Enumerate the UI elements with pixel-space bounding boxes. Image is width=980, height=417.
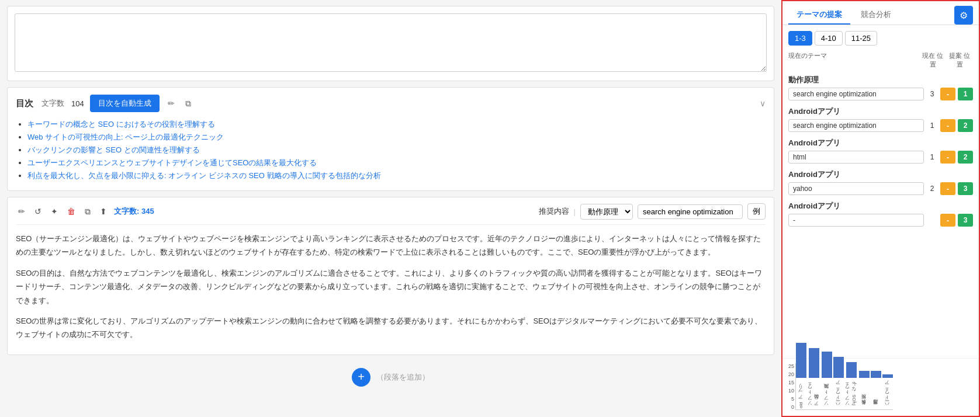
refresh-icon-btn[interactable]: ↺ xyxy=(32,206,44,217)
current-pos-badge[interactable]: - xyxy=(940,119,955,132)
example-btn[interactable]: 例 xyxy=(747,203,766,220)
bar-column: 専用語 xyxy=(871,371,881,408)
bar-label: ソフト知識 xyxy=(824,379,830,408)
theme-group: Androidアプリhtml1-2 xyxy=(788,138,973,164)
theme-count: 3 xyxy=(926,90,938,98)
bar xyxy=(796,343,806,378)
tab-compete[interactable]: 競合分析 xyxy=(853,6,899,25)
bar-column: ソフト知識 xyxy=(822,352,832,408)
range-btn-4-10[interactable]: 4-10 xyxy=(815,31,843,46)
editor-paragraph: SEO（サーチエンジン最適化）は、ウェブサイトやウェブページを検索エンジンでより… xyxy=(16,232,766,259)
toc-list-item: バックリンクの影響と SEO との関連性を理解する xyxy=(27,145,766,155)
recommend-keyword-input[interactable] xyxy=(638,204,743,219)
tab-suggest[interactable]: テーマの提案 xyxy=(788,6,850,25)
range-btn-1-3[interactable]: 1-3 xyxy=(788,31,812,46)
theme-group-title: 動作原理 xyxy=(788,75,973,85)
recommend-select[interactable]: 動作原理 xyxy=(580,204,633,220)
theme-group-title: Androidアプリ xyxy=(788,201,973,211)
bar-column: ソフトウェア(OSなし) xyxy=(845,362,858,408)
bar-label: ソフトウェア製品 xyxy=(808,379,820,408)
current-pos-badge[interactable]: - xyxy=(940,151,955,164)
theme-group-title: Androidアプリ xyxy=(788,106,973,117)
panel-tabs: テーマの提案 競合分析 ⚙ xyxy=(782,1,979,25)
char-count-label: 文字数 xyxy=(41,98,64,109)
bar-column: ハードウェア製品 xyxy=(833,357,844,408)
theme-group-title: Androidアプリ xyxy=(788,138,973,148)
add-section-button[interactable]: + xyxy=(352,368,370,387)
chart-area: 2520151050oldアプリソフトウェア製品ソフト知識ハードウェア製品ソフト… xyxy=(782,358,979,416)
theme-count: 1 xyxy=(926,121,938,130)
col-suggest-header: 提案 位置 xyxy=(946,51,973,69)
page-footer: + （段落を追加） xyxy=(7,361,774,394)
theme-keyword: search engine optimization xyxy=(788,88,924,100)
editor-toolbar: ✏ ↺ ✦ 🗑 ⧉ ⬆ 文字数: 345 推奨内容 | 動作原理 例 xyxy=(16,203,766,225)
copy2-icon-btn[interactable]: ⧉ xyxy=(82,206,93,218)
toc-section: 目次 文字数 104 目次を自動生成 ✏ ⧉ ∨ キーワードの概念と SEO に… xyxy=(7,87,774,191)
generate-toc-button[interactable]: 目次を自動生成 xyxy=(90,95,160,112)
toc-link[interactable]: ユーザーエクスペリエンスとウェブサイトデザインを通じてSEOの結果を最大化する xyxy=(27,158,317,167)
current-pos-badge[interactable]: - xyxy=(940,214,955,227)
current-pos-badge[interactable]: - xyxy=(940,182,955,195)
main-textarea[interactable] xyxy=(15,13,767,72)
bar xyxy=(882,374,893,378)
bar-column: ソフトウェア製品 xyxy=(808,348,820,408)
toc-link[interactable]: 利点を最大化し、欠点を最小限に抑える: オンライン ビジネスの SEO 戦略の導… xyxy=(27,171,381,180)
theme-row: search engine optimization3-1 xyxy=(788,88,973,100)
bar xyxy=(846,362,857,378)
range-btn-11-25[interactable]: 11-25 xyxy=(845,31,877,46)
char-count-value: 104 xyxy=(71,99,84,108)
edit-icon-btn[interactable]: ✏ xyxy=(165,98,177,109)
gear-icon: ⚙ xyxy=(960,10,968,21)
toc-collapse-icon[interactable]: ∨ xyxy=(760,99,766,108)
toc-link[interactable]: キーワードの概念と SEO におけるその役割を理解する xyxy=(27,120,215,128)
bar xyxy=(822,352,832,378)
chart-y-labels: 2520151050 xyxy=(788,363,794,410)
theme-row: --3 xyxy=(788,214,973,227)
suggest-pos-badge[interactable]: 2 xyxy=(958,119,973,132)
editor-paragraph: SEOの目的は、自然な方法でウェブコンテンツを最適化し、検索エンジンのアルゴリズ… xyxy=(16,266,766,307)
recommend-label: 推奨内容 xyxy=(539,206,569,217)
copy-icon-btn[interactable]: ⧉ xyxy=(183,98,193,110)
toc-list-item: キーワードの概念と SEO におけるその役割を理解する xyxy=(27,119,766,130)
current-pos-badge[interactable]: - xyxy=(940,88,955,100)
theme-row: html1-2 xyxy=(788,151,973,164)
theme-keyword: html xyxy=(788,151,924,164)
chart-wrapper: 2520151050oldアプリソフトウェア製品ソフト知識ハードウェア製品ソフト… xyxy=(788,363,973,410)
panel-body: 動作原理search engine optimization3-1Android… xyxy=(782,71,979,358)
bar-column: 長所と短所 xyxy=(859,371,870,408)
theme-group-title: Androidアプリ xyxy=(788,169,973,180)
bar-chart: oldアプリソフトウェア製品ソフト知識ハードウェア製品ソフトウェア(OSなし)長… xyxy=(795,363,893,410)
suggest-pos-badge[interactable]: 1 xyxy=(958,88,973,100)
toc-list-item: Web サイトの可視性の向上: ページ上の最適化テクニック xyxy=(27,132,766,143)
theme-group: 動作原理search engine optimization3-1 xyxy=(788,75,973,100)
toc-link[interactable]: バックリンクの影響と SEO との関連性を理解する xyxy=(27,145,200,154)
toc-header: 目次 文字数 104 目次を自動生成 ✏ ⧉ ∨ xyxy=(16,95,766,112)
bar-label: 専用語 xyxy=(873,379,879,408)
sparkle-icon-btn[interactable]: ✦ xyxy=(49,206,60,217)
export-icon-btn[interactable]: ⬆ xyxy=(98,206,109,217)
gear-button[interactable]: ⚙ xyxy=(954,6,973,25)
textarea-section xyxy=(7,6,774,81)
toc-link[interactable]: Web サイトの可視性の向上: ページ上の最適化テクニック xyxy=(27,133,224,141)
toc-list-item: 利点を最大化し、欠点を最小限に抑える: オンライン ビジネスの SEO 戦略の導… xyxy=(27,171,766,181)
suggest-pos-badge[interactable]: 3 xyxy=(958,214,973,227)
editor-char-count: 文字数: 345 xyxy=(114,206,154,217)
editor-body: SEO（サーチエンジン最適化）は、ウェブサイトやウェブページを検索エンジンでより… xyxy=(16,232,766,342)
main-content: 目次 文字数 104 目次を自動生成 ✏ ⧉ ∨ キーワードの概念と SEO に… xyxy=(0,0,781,417)
bar xyxy=(809,348,819,378)
bar xyxy=(859,371,870,378)
toc-title: 目次 xyxy=(16,98,33,109)
toc-list: キーワードの概念と SEO におけるその役割を理解するWeb サイトの可視性の向… xyxy=(16,119,766,181)
bar-label: ハードウェア製品 xyxy=(836,379,842,408)
separator: | xyxy=(574,207,576,216)
theme-keyword: yahoo xyxy=(788,182,924,195)
panel-col-headers: 現在のテーマ 現在 位置 提案 位置 xyxy=(782,49,979,71)
suggest-pos-badge[interactable]: 2 xyxy=(958,151,973,164)
theme-group: Androidアプリyahoo2-3 xyxy=(788,169,973,195)
range-tabs: 1-34-1011-25 xyxy=(782,25,979,49)
bar-label: oldアプリ xyxy=(798,379,805,408)
suggest-pos-badge[interactable]: 3 xyxy=(958,182,973,195)
pencil-icon-btn[interactable]: ✏ xyxy=(16,206,27,217)
col-theme-header: 現在のテーマ xyxy=(788,51,919,69)
trash-icon-btn[interactable]: 🗑 xyxy=(65,206,78,217)
